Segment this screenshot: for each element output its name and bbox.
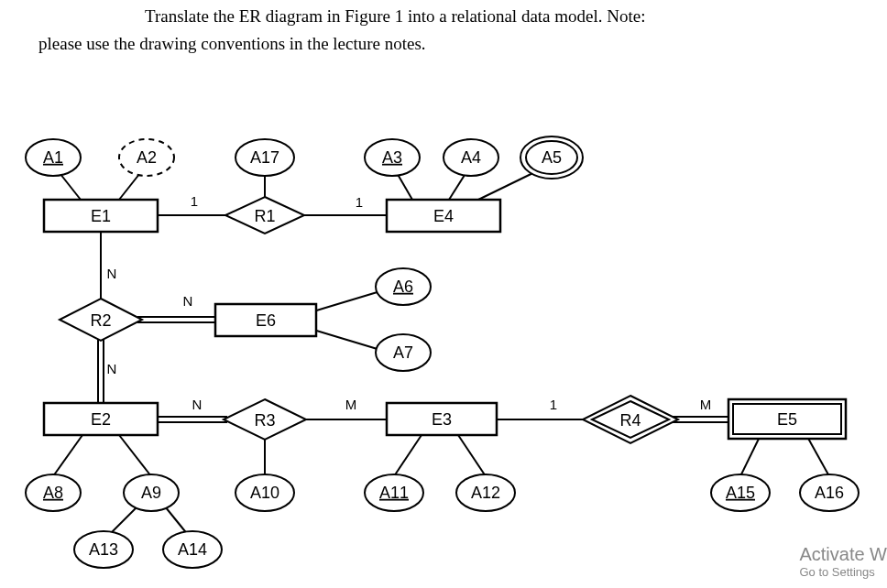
entity-e6-label: E6	[256, 311, 276, 330]
attr-a10-label: A10	[250, 484, 279, 502]
svg-line-29	[806, 435, 829, 476]
rel-r1-label: R1	[254, 207, 275, 225]
attr-a3-label: A3	[382, 148, 402, 167]
svg-line-14	[313, 330, 380, 350]
attr-a7-label: A7	[393, 343, 413, 362]
watermark-sub: Go to Settings	[799, 565, 887, 579]
attr-a1-label: A1	[43, 148, 63, 167]
attr-a6-label: A6	[393, 278, 413, 296]
entity-e2-label: E2	[91, 410, 111, 429]
card-e6-r2: N	[183, 293, 193, 309]
attr-a17-label: A17	[250, 148, 279, 167]
rel-r4-label: R4	[619, 411, 641, 430]
svg-line-23	[119, 435, 151, 476]
watermark: Activate W Go to Settings	[799, 544, 887, 579]
card-e2-r2: N	[107, 361, 117, 376]
attr-a8-label: A8	[43, 484, 63, 502]
entity-e4-label: E4	[433, 207, 454, 225]
er-diagram-svg: A1 A2 A17 A3 A4 A5 A6 A7 A8 A9 A10 A11 A…	[0, 0, 887, 588]
card-e1-r2: N	[107, 266, 117, 281]
watermark-title: Activate W	[799, 544, 887, 565]
attr-a9-label: A9	[141, 484, 161, 502]
rel-r2-label: R2	[90, 311, 111, 330]
attr-a4-label: A4	[461, 148, 481, 167]
card-e2-r3: N	[192, 397, 203, 412]
svg-line-22	[53, 435, 82, 476]
card-e3-r4: 1	[550, 397, 557, 412]
entity-e1-label: E1	[91, 207, 111, 225]
rel-r3-label: R3	[254, 411, 275, 430]
entity-e5-label: E5	[777, 410, 797, 429]
svg-line-13	[313, 291, 380, 311]
card-e4-r1: 1	[356, 194, 363, 210]
svg-line-26	[394, 435, 422, 476]
svg-line-27	[458, 435, 486, 476]
attr-a15-label: A15	[726, 484, 755, 502]
attr-a14-label: A14	[178, 540, 207, 559]
attr-a5-label: A5	[542, 148, 562, 167]
attr-a12-label: A12	[471, 484, 500, 502]
attr-a16-label: A16	[815, 484, 844, 502]
card-e3-r3: M	[345, 397, 357, 412]
attr-a13-label: A13	[89, 540, 118, 559]
svg-line-28	[740, 435, 761, 476]
card-e5-r4: M	[700, 397, 712, 412]
attr-a2-label: A2	[137, 148, 157, 167]
entity-e3-label: E3	[432, 410, 452, 429]
attr-a11-label: A11	[379, 484, 409, 502]
card-e1-r1: 1	[191, 193, 198, 209]
